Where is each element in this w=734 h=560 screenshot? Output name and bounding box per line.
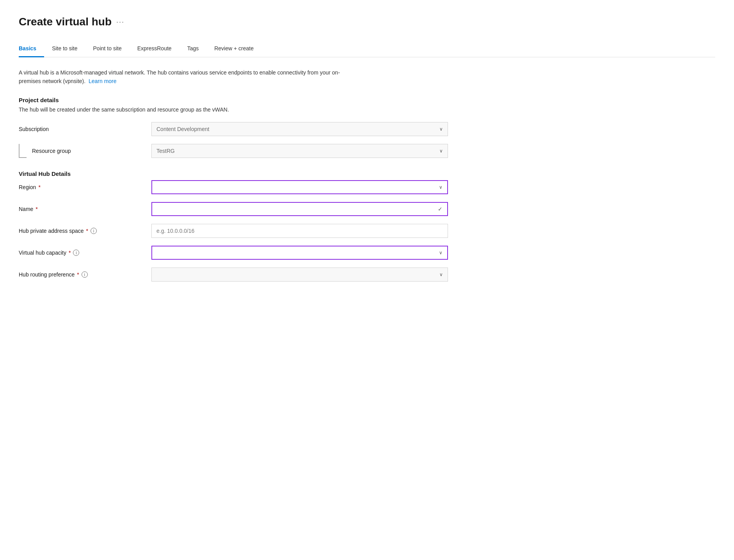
tab-site-to-site[interactable]: Site to site [44,41,85,57]
tab-point-to-site[interactable]: Point to site [85,41,130,57]
name-label: Name * [19,206,151,212]
hub-routing-preference-required-star: * [77,271,79,278]
tab-tags[interactable]: Tags [180,41,207,57]
description-text: A virtual hub is a Microsoft-managed vir… [19,69,340,84]
page-header: Create virtual hub ··· [19,16,715,28]
hub-private-address-row: Hub private address space * i [19,224,715,238]
hub-routing-preference-info-icon[interactable]: i [82,271,88,278]
resource-group-label: Resource group [32,148,71,154]
resource-group-chevron-icon: ∨ [439,148,443,154]
learn-more-link[interactable]: Learn more [89,78,117,84]
page-title: Create virtual hub [19,16,112,28]
region-row: Region * ∨ [19,180,715,194]
subscription-value: Content Development [156,126,209,132]
tab-expressroute[interactable]: ExpressRoute [130,41,180,57]
region-required-star: * [38,184,40,190]
virtual-hub-details-title: Virtual Hub Details [19,170,715,177]
name-checkmark-icon: ✓ [438,206,443,212]
virtual-hub-capacity-input-wrapper: ∨ [151,246,448,260]
virtual-hub-capacity-info-icon[interactable]: i [73,250,79,256]
resource-group-label-wrapper: Resource group [19,144,151,158]
name-field[interactable]: ✓ [151,202,448,216]
tab-basics[interactable]: Basics [19,41,44,57]
name-required-star: * [36,206,37,212]
subscription-dropdown[interactable]: Content Development ∨ [151,122,448,136]
region-label: Region * [19,184,151,190]
tab-review-create[interactable]: Review + create [206,41,261,57]
region-input-wrapper: ∨ [151,180,448,194]
hub-routing-preference-chevron-icon: ∨ [439,272,443,277]
region-chevron-icon: ∨ [439,184,443,190]
virtual-hub-capacity-chevron-icon: ∨ [439,250,443,255]
hub-routing-preference-label: Hub routing preference * i [19,271,151,278]
virtual-hub-capacity-label: Virtual hub capacity * i [19,250,151,256]
subscription-input-wrapper: Content Development ∨ [151,122,448,136]
project-details-subtitle: The hub will be created under the same s… [19,106,715,113]
resource-group-dropdown[interactable]: TestRG ∨ [151,144,448,158]
project-details-title: Project details [19,97,715,103]
hub-private-address-info-icon[interactable]: i [91,228,97,234]
hub-routing-preference-input-wrapper: ∨ [151,268,448,282]
page-description: A virtual hub is a Microsoft-managed vir… [19,68,354,86]
name-row: Name * ✓ [19,202,715,216]
virtual-hub-capacity-dropdown[interactable]: ∨ [151,246,448,260]
region-dropdown[interactable]: ∨ [151,180,448,194]
name-input-wrapper: ✓ [151,202,448,216]
subscription-chevron-icon: ∨ [439,126,443,132]
tab-bar: Basics Site to site Point to site Expres… [19,41,715,57]
subscription-row: Subscription Content Development ∨ [19,122,715,136]
hub-routing-preference-row: Hub routing preference * i ∨ [19,268,715,282]
project-details-section: Project details The hub will be created … [19,97,715,158]
virtual-hub-capacity-required-star: * [69,250,71,256]
hub-private-address-input[interactable] [151,224,448,238]
hub-private-address-input-wrapper [151,224,448,238]
virtual-hub-details-section: Virtual Hub Details Region * ∨ Name * ✓ [19,170,715,282]
page-options-menu[interactable]: ··· [116,18,124,26]
subscription-label: Subscription [19,126,151,132]
resource-group-value: TestRG [156,148,175,154]
virtual-hub-capacity-row: Virtual hub capacity * i ∨ [19,246,715,260]
hub-private-address-label: Hub private address space * i [19,228,151,234]
hub-routing-preference-dropdown[interactable]: ∨ [151,268,448,282]
hub-private-address-required-star: * [86,228,88,234]
resource-group-row: Resource group TestRG ∨ [19,144,715,158]
resource-group-input-wrapper: TestRG ∨ [151,144,448,158]
